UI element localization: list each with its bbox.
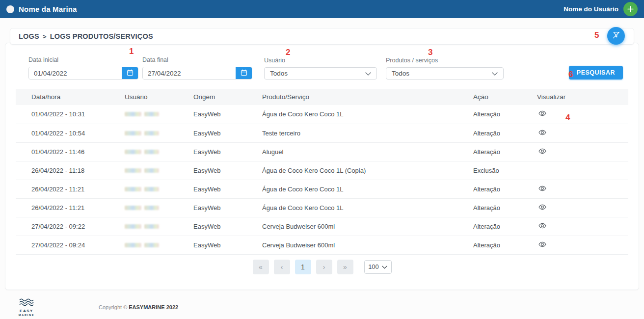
cell-product: Água de Coco Kero Coco 1L <box>262 105 473 124</box>
footer: EASY MARINE Copyright ©EASYMARINE 2022 <box>5 298 639 317</box>
pagination-page-1-button[interactable]: 1 <box>295 260 311 274</box>
cell-origin: EasyWeb <box>193 217 262 236</box>
table-row: 26/04/2022 - 11:21 EasyWeb Água de Coco … <box>16 198 628 217</box>
cell-user <box>125 105 193 124</box>
annotation-3: 3 <box>428 48 432 57</box>
cell-datetime: 27/04/2022 - 09:24 <box>16 236 125 254</box>
marina-logo-circle-icon <box>6 5 14 13</box>
view-log-button[interactable] <box>537 203 548 213</box>
end-date-input[interactable] <box>143 67 236 79</box>
column-header-datetime: Data/hora <box>16 89 125 105</box>
pagination-prev-button[interactable]: ‹ <box>274 260 290 274</box>
pagination: « ‹ 1 › » 100 <box>16 260 628 274</box>
pagination-first-button[interactable]: « <box>253 260 269 274</box>
page-size-select[interactable]: 100 <box>364 260 392 274</box>
pagination-next-button[interactable]: › <box>316 260 332 274</box>
table-header-row: Data/hora Usuário Origem Produto/Serviço… <box>16 89 628 105</box>
logo-text-easy: EASY <box>20 309 33 313</box>
redacted-user-name <box>125 187 159 191</box>
user-name[interactable]: Nome do Usuário <box>564 5 618 13</box>
redacted-user-name <box>125 206 159 210</box>
search-button[interactable]: PESQUISAR <box>569 66 623 80</box>
cell-product: Água de Coco Kero Coco 1L <box>262 198 473 217</box>
eye-icon <box>538 110 546 118</box>
cell-action: Alteração <box>473 180 537 198</box>
top-navigation-bar: Nome da Marina Nome do Usuário <box>0 0 644 18</box>
cell-product: Teste terceiro <box>262 124 473 142</box>
cell-view <box>537 217 628 236</box>
product-filter-select[interactable]: Todos <box>386 67 504 80</box>
product-filter-group: Produtos / serviços Todos <box>386 57 504 80</box>
cell-action: Alteração <box>473 217 537 236</box>
cell-datetime: 26/04/2022 - 11:18 <box>16 161 125 180</box>
cell-view <box>537 180 628 198</box>
chevron-down-icon <box>382 263 387 270</box>
cell-origin: EasyWeb <box>193 236 262 254</box>
cell-user <box>125 198 193 217</box>
view-log-button[interactable] <box>537 240 548 250</box>
logo-text-marine: MARINE <box>19 314 35 317</box>
annotation-1: 1 <box>129 47 134 56</box>
cell-origin: EasyWeb <box>193 180 262 198</box>
topbar-right: Nome do Usuário <box>564 2 638 16</box>
product-filter-value: Todos <box>392 70 409 77</box>
cell-view <box>537 161 628 180</box>
calendar-icon <box>241 69 247 78</box>
cell-action: Alteração <box>473 105 537 124</box>
cell-user <box>125 161 193 180</box>
cell-action: Alteração <box>473 236 537 254</box>
column-header-origin: Origem <box>193 89 262 105</box>
add-user-button[interactable] <box>623 2 638 16</box>
cell-origin: EasyWeb <box>193 105 262 124</box>
eye-icon <box>538 148 546 156</box>
table-row: 27/04/2022 - 09:24 EasyWeb Cerveja Budwe… <box>16 236 628 254</box>
start-date-label: Data inicial <box>28 56 138 63</box>
cell-datetime: 01/04/2022 - 11:46 <box>16 142 125 161</box>
marina-name: Nome da Marina <box>19 5 77 13</box>
start-date-group: Data inicial <box>28 56 138 80</box>
view-log-button[interactable] <box>537 147 548 157</box>
cell-view <box>537 124 628 142</box>
cell-datetime: 01/04/2022 - 10:54 <box>16 124 125 142</box>
column-header-user: Usuário <box>125 89 193 105</box>
content-area: LOGS > LOGS PRODUTOS/SERVIÇOS Data inici… <box>0 18 644 317</box>
breadcrumb-card: LOGS > LOGS PRODUTOS/SERVIÇOS <box>10 28 634 45</box>
page-size-value: 100 <box>368 263 379 270</box>
column-header-action: Ação <box>473 89 537 105</box>
end-date-label: Data final <box>142 56 252 63</box>
filters-row: Data inicial <box>16 43 628 80</box>
eye-icon <box>538 204 546 212</box>
start-date-calendar-button[interactable] <box>122 67 138 79</box>
cell-user <box>125 124 193 142</box>
start-date-input[interactable] <box>29 67 122 79</box>
table-row: 26/04/2022 - 11:21 EasyWeb Água de Coco … <box>16 180 628 198</box>
clear-filters-button[interactable] <box>607 27 625 45</box>
user-filter-select[interactable]: Todos <box>264 67 377 80</box>
cell-user <box>125 142 193 161</box>
eye-icon <box>538 222 546 231</box>
cell-datetime: 26/04/2022 - 11:21 <box>16 180 125 198</box>
cell-product: Água de Coco Kero Coco 1L (Copia) <box>262 161 473 180</box>
view-log-button[interactable] <box>537 184 548 194</box>
view-log-button[interactable] <box>537 109 548 119</box>
table-row: 01/04/2022 - 10:54 EasyWeb Teste terceir… <box>16 124 628 142</box>
eye-icon <box>538 129 546 137</box>
end-date-calendar-button[interactable] <box>236 67 252 79</box>
cell-origin: EasyWeb <box>193 161 262 180</box>
breadcrumb-current: LOGS PRODUTOS/SERVIÇOS <box>50 32 153 40</box>
pagination-last-button[interactable]: » <box>337 260 353 274</box>
breadcrumb-parent[interactable]: LOGS <box>19 32 39 40</box>
end-date-field <box>142 67 252 80</box>
cell-datetime: 01/04/2022 - 10:31 <box>16 105 125 124</box>
user-filter-value: Todos <box>270 70 288 77</box>
view-log-button[interactable] <box>537 221 548 232</box>
cell-view <box>537 198 628 217</box>
cell-datetime: 26/04/2022 - 11:21 <box>16 198 125 217</box>
chevron-down-icon <box>365 70 371 77</box>
chevron-down-icon <box>492 70 498 77</box>
column-header-product: Produto/Serviço <box>262 89 473 105</box>
eye-icon <box>538 185 546 193</box>
page: Nome da Marina Nome do Usuário LOGS > LO… <box>0 0 644 319</box>
table-row: 26/04/2022 - 11:18 EasyWeb Água de Coco … <box>16 161 628 180</box>
view-log-button[interactable] <box>537 128 548 138</box>
